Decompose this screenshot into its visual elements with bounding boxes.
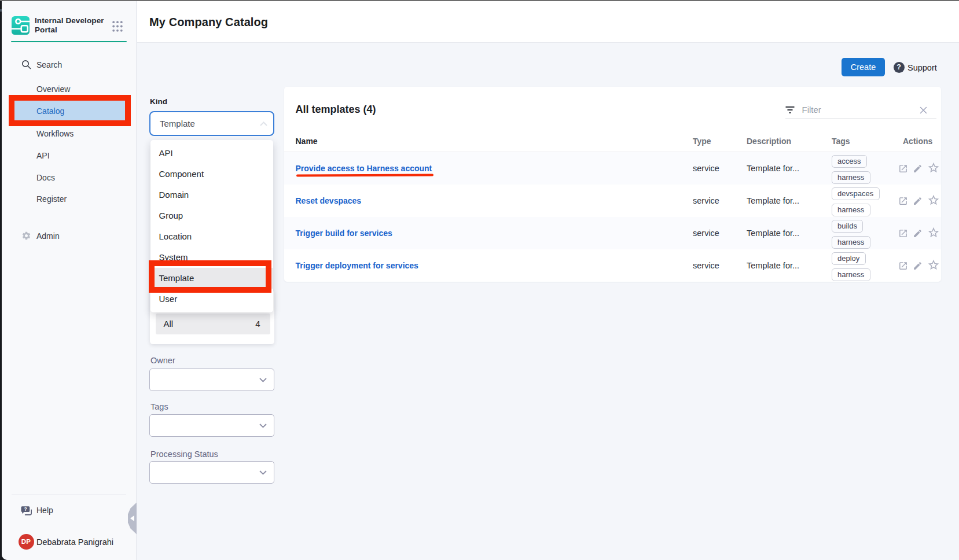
svg-text:?: ? (24, 506, 27, 512)
